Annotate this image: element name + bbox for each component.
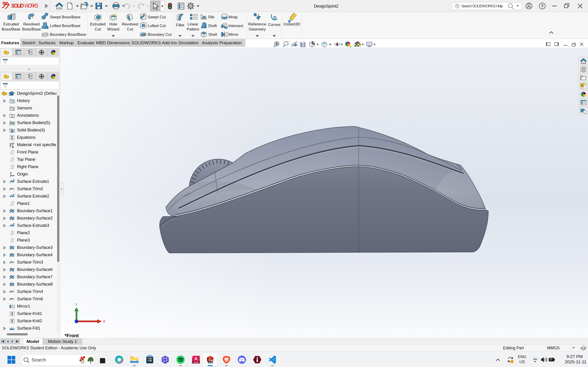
svg-text:US: US bbox=[519, 360, 525, 364]
svg-text:Intersect: Intersect bbox=[228, 24, 243, 28]
svg-text:Search SOLIDWORKS Help: Search SOLIDWORKS Help bbox=[461, 4, 503, 8]
svg-text:S: S bbox=[208, 359, 210, 361]
svg-text:Curves: Curves bbox=[268, 23, 280, 27]
svg-text:A: A bbox=[194, 356, 198, 361]
svg-text:X: X bbox=[103, 319, 105, 323]
svg-text:Draft: Draft bbox=[208, 24, 217, 28]
svg-text:*Front: *Front bbox=[65, 333, 79, 338]
svg-text:Boss/Base: Boss/Base bbox=[2, 27, 20, 31]
svg-text:SOLID: SOLID bbox=[11, 3, 24, 9]
svg-text:Boundary Boss/Base: Boundary Boss/Base bbox=[50, 32, 86, 37]
svg-text:CAD: CAD bbox=[194, 361, 199, 364]
svg-text:Boundary Cut: Boundary Cut bbox=[148, 32, 172, 37]
svg-text:Fillet: Fillet bbox=[176, 23, 184, 27]
svg-text:Boss/Base: Boss/Base bbox=[22, 27, 41, 31]
svg-text:Cut: Cut bbox=[95, 27, 101, 31]
svg-text:2025-11-11: 2025-11-11 bbox=[565, 359, 586, 364]
svg-text:Shell: Shell bbox=[208, 32, 217, 37]
svg-text:Lofted Cut: Lofted Cut bbox=[148, 24, 166, 28]
svg-text:Linear: Linear bbox=[187, 22, 199, 26]
svg-text:Swept Boss/Base: Swept Boss/Base bbox=[50, 15, 80, 19]
svg-text:Model: Model bbox=[27, 339, 39, 344]
svg-text:Wizard: Wizard bbox=[107, 27, 120, 31]
svg-text:Search: Search bbox=[32, 357, 46, 362]
svg-text:2025: 2025 bbox=[208, 361, 213, 364]
svg-text:DesignSprint2: DesignSprint2 bbox=[314, 4, 338, 8]
svg-text:ENG: ENG bbox=[518, 355, 527, 359]
svg-text:Extruded: Extruded bbox=[3, 22, 19, 26]
svg-text:Hole: Hole bbox=[109, 22, 117, 26]
svg-text:Cut: Cut bbox=[127, 27, 133, 31]
svg-text:?: ? bbox=[456, 4, 458, 8]
svg-text:Pattern: Pattern bbox=[187, 27, 199, 31]
svg-text:Geometry: Geometry bbox=[249, 27, 266, 31]
svg-text:Mirror: Mirror bbox=[228, 32, 239, 37]
svg-text:WORKS: WORKS bbox=[24, 3, 39, 9]
svg-text:Lofted Boss/Base: Lofted Boss/Base bbox=[50, 24, 80, 28]
svg-text:Motion Study 1: Motion Study 1 bbox=[48, 339, 77, 344]
svg-text:Swept Cut: Swept Cut bbox=[148, 15, 166, 19]
svg-text:Reference: Reference bbox=[248, 22, 266, 26]
svg-text:Extruded: Extruded bbox=[90, 22, 106, 26]
svg-text:Wrap: Wrap bbox=[228, 15, 237, 19]
svg-text:Revolved: Revolved bbox=[23, 22, 40, 26]
svg-text:Y: Y bbox=[75, 303, 78, 307]
svg-text:Instant3D: Instant3D bbox=[284, 22, 300, 26]
svg-text:Rib: Rib bbox=[208, 15, 214, 19]
svg-text:9:27 PM: 9:27 PM bbox=[566, 354, 583, 359]
svg-text:?: ? bbox=[541, 4, 544, 8]
svg-text:Revolved: Revolved bbox=[122, 22, 138, 26]
